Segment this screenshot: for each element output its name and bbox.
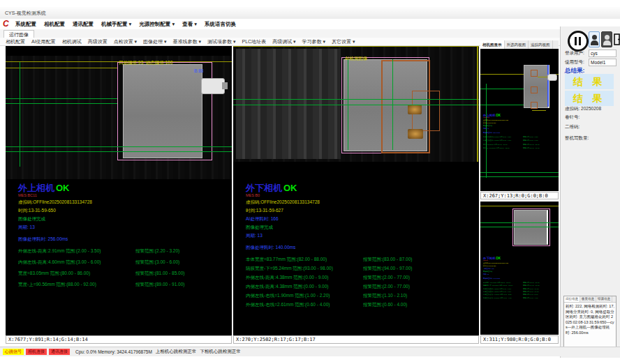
menu-item[interactable]: 通讯配置	[73, 21, 94, 28]
thumbnail-tab[interactable]: 相机图显示	[480, 40, 505, 49]
info-tab[interactable]: 错误信息	[596, 296, 612, 302]
time-line: 时间:13-31-59-627	[483, 265, 559, 267]
status-bar: 心跳信号相机连接通讯连接 Cpu: 0.0% Memory: 3424.4179…	[0, 347, 620, 356]
camera-name: 外上相机	[18, 183, 54, 193]
login-user-value[interactable]: cys	[589, 50, 617, 57]
ai-time-line: AI处理耗时: 166	[483, 268, 559, 270]
toolbar-button[interactable]: AI使用配置	[31, 38, 56, 45]
measurement-rows: 本体宽度=83.77mm 范围:(82.00 - 88.00)报警范围:(83.…	[483, 282, 559, 298]
user-button[interactable]	[589, 31, 600, 47]
measurement-rows: 外侧左线-距离:2.91mm 范围:(2.00 - 3.50)报警范围:(2.2…	[18, 248, 184, 287]
info-tab[interactable]: 收发信息	[580, 296, 596, 302]
done-line: 图像处理完成	[18, 216, 184, 222]
cycle-line: 周期: 13	[18, 225, 184, 231]
measurement-row: 宽度=83.05mm 范围:(80.00 - 86.00)报警范围:(81.00…	[483, 144, 559, 145]
window-title: CYS-视觉检测系统	[5, 10, 46, 15]
machine-background	[236, 49, 341, 159]
user-icon	[592, 35, 597, 40]
measurement-row: 宽度-上=90.56mm 范围:(88.00 - 92.00)报警范围:(89.…	[483, 147, 559, 149]
thumbnail-top-coordinate-bar: X:267;Y:13;R:0;G:0;B:0	[480, 192, 559, 199]
measurement-row: 内侧左线-右线=1.90mm 范围:(1.00 - 2.20)报警范围:(1.1…	[246, 293, 412, 298]
model-label: 使用型号:	[565, 59, 584, 66]
status-badge: 通讯连接	[49, 349, 70, 355]
measurement-row: 外侧左线-距离:4.38mm 范围:(0.00 - 9.00)报警范围:(2.0…	[246, 275, 412, 280]
toolbar-button[interactable]: 相机配置	[6, 38, 25, 45]
time-line: 时间:13-31-59-650	[18, 208, 184, 214]
info-log-text: 耗时: 222, 网络检测耗时: 17, 网络分类耗时: 0, 网络提取分区耗时…	[564, 303, 616, 337]
left-result-block: 外上相机OK MES:BC11 虚拟码:OFFline2025020813313…	[483, 113, 559, 151]
needle-number-label: 卷针号:	[565, 114, 580, 121]
camera-name: 外下相机	[246, 183, 282, 193]
elapsed-line: 图像处理耗时: 256.00ms	[483, 132, 559, 134]
right-sidebar: 登录用户: cys 使用型号: Model1 总结果: 结 果结 果 虚拟码: …	[560, 26, 620, 358]
measurement-row: 外侧左线-右线=2.61mm 范围:(0.60 - 4.00)报警范围:(0.6…	[483, 297, 559, 298]
thumbnail-tab[interactable]: 所选内视图	[505, 40, 529, 49]
elapsed-line: 图像处理耗时: 256.00ms	[18, 236, 184, 243]
measurement-row: 内侧左线-右线=1.90mm 范围:(1.00 - 2.20)报警范围:(1.1…	[483, 294, 559, 295]
menu-item[interactable]: 查看 ▾	[182, 21, 197, 28]
virtual-barcode-label: 虚拟码: 20250208	[565, 106, 601, 112]
tab-connector	[201, 78, 225, 94]
measurement-row: 外侧左线-距离:2.91mm 范围:(2.00 - 3.50)报警范围:(2.2…	[18, 248, 184, 253]
bright-spot	[408, 129, 423, 139]
status-ok: OK	[56, 183, 70, 193]
barcode-line: 虚拟码:OFFline20250208133134728	[18, 199, 184, 206]
bright-spot	[408, 105, 422, 114]
login-user-label: 登录用户:	[565, 50, 584, 56]
toolbar-button[interactable]: 测试项参数 ▾	[207, 38, 235, 45]
toolbar-button[interactable]: 高级设置	[88, 38, 108, 45]
threshold-overlay-label: 目前阈值:93, 动态阈值:100	[119, 60, 172, 66]
status-badge: 心跳信号	[3, 349, 24, 355]
thumbnail-tab[interactable]: 追踪内视图	[529, 40, 553, 49]
measurement-row: 内侧左线-距离:4.60mm 范围:(3.00 - 6.00)报警范围:(3.0…	[483, 139, 559, 141]
toolbar-button[interactable]: 高级调试 ▾	[272, 38, 295, 45]
cycle-line: 周期: 13	[483, 128, 559, 130]
done-line: 图像处理完成	[483, 271, 559, 273]
toolbar-button[interactable]: 相机调试	[62, 38, 82, 45]
elapsed-line: 图像处理耗时: 140.00ms	[246, 245, 412, 251]
window-title-bar: CYS-视觉检测系统	[0, 7, 620, 19]
left-coordinate-bar: X:7677;Y:891;R:14;G:14;B:14	[6, 335, 232, 344]
menu-item[interactable]: 系统配置	[15, 21, 36, 28]
pause-button[interactable]	[568, 31, 589, 52]
thumbnail-view-top[interactable]: 外上相机OK MES:BC11 虚拟码:OFFline2025020813313…	[480, 49, 559, 191]
thumbnail-view-bottom[interactable]: 外下相机OK MES:B0 虚拟码:OFFline202502081331347…	[480, 202, 559, 335]
model-value[interactable]: Model1	[589, 59, 617, 66]
toolbar-button[interactable]: 基准线参数 ▾	[173, 38, 201, 45]
toolbar-button[interactable]: 学习参数 ▾	[302, 38, 325, 45]
barcode-line: 虚拟码:OFFline20250208133134728	[246, 199, 412, 206]
lower-camera-heartbeat: 下相机心跳检测正常	[200, 349, 241, 355]
menu-item[interactable]: 系统语言切换	[205, 21, 236, 28]
user-icon-body	[603, 40, 611, 45]
app-window: CYS-视觉检测系统 C 系统配置相机配置通讯配置机械手配置 ▾光源控制配置 ▾…	[0, 0, 620, 364]
measurement-row: 内侧左线-距离:4.60mm 范围:(3.00 - 6.00)报警范围:(3.0…	[18, 259, 184, 264]
menu-item[interactable]: 光源控制配置 ▾	[139, 21, 175, 28]
exit-door-icon	[614, 33, 620, 46]
measurement-row: 宽度=83.05mm 范围:(80.00 - 86.00)报警范围:(81.00…	[18, 271, 184, 275]
info-tab[interactable]: 运行信息	[564, 296, 580, 302]
result-box: 结 果	[565, 91, 614, 106]
status-badges: 心跳信号相机连接通讯连接	[3, 349, 72, 355]
time-line: 时间:13-31-59-650	[483, 122, 559, 124]
status-ok: OK	[496, 257, 501, 260]
toolbar-button[interactable]: 点检设置 ▾	[114, 38, 137, 45]
measurement-row: 外侧左线-距离:4.38mm 范围:(0.00 - 9.00)报警范围:(2.0…	[483, 288, 559, 289]
measurement-rows: 本体宽度=83.77mm 范围:(82.00 - 88.00)报警范围:(83.…	[246, 257, 412, 307]
exit-button[interactable]	[614, 33, 620, 46]
toolbar-button[interactable]: 其它设置 ▾	[332, 38, 355, 45]
left-camera-image[interactable]: 目前阈值:93, 动态阈值:100 B:88	[6, 56, 232, 179]
user-icon-body	[591, 40, 598, 45]
menu-item[interactable]: 相机配置	[44, 21, 65, 28]
menu-bar: C 系统配置相机配置通讯配置机械手配置 ▾光源控制配置 ▾查看 ▾系统语言切换	[0, 19, 620, 30]
menu-item[interactable]: 机械手配置 ▾	[101, 21, 131, 28]
done-line: 图像处理完成	[483, 125, 559, 127]
info-tabs: 运行信息收发信息错误信息	[564, 296, 616, 303]
status-ok: OK	[496, 114, 501, 117]
middle-coordinate-bar: X:270;Y:2502;R:17;G:17;B:17	[233, 335, 479, 344]
menu-items: 系统配置相机配置通讯配置机械手配置 ▾光源控制配置 ▾查看 ▾系统语言切换	[15, 19, 236, 29]
toolbar-button[interactable]: PLC地址表	[242, 38, 267, 45]
admin-user-button[interactable]	[601, 31, 612, 47]
toolbar-button[interactable]: 图像处理 ▾	[143, 38, 166, 45]
middle-camera-image[interactable]: AI检测图像	[233, 46, 479, 162]
status-badge: 相机连接	[26, 349, 47, 355]
